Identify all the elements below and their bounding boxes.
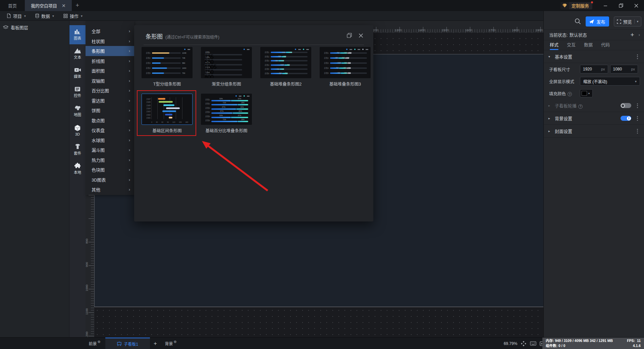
- component-picker-modal: 条形图 (通过Ctrl+F可以搜索添加组件) 示例11048示例2735示例35…: [134, 25, 373, 221]
- zoom-level[interactable]: 69.79%: [502, 338, 519, 349]
- category-label: 水球图: [92, 137, 105, 143]
- h-ruler-label: 1800: [508, 29, 523, 32]
- component-card-渐变分组条形图[interactable]: 示例1735示例2580示例31005示例4750示例5800渐变分组条形图: [201, 47, 252, 87]
- category-item-其他[interactable]: 其他›: [86, 185, 134, 195]
- search-icon[interactable]: [575, 18, 581, 27]
- category-item-3D图表[interactable]: 3D图表›: [86, 175, 134, 185]
- component-card-基础区间条形图[interactable]: 示例7示例6示例5示例4示例3示例2示例10306090120150180基础区…: [142, 94, 193, 134]
- component-card-基础堆叠条形图2[interactable]: 示例11048650示例2735630示例3580670示例41005650示例…: [260, 47, 311, 87]
- component-thumbnail[interactable]: 示例1700600650示例2650580627示例31000200530示例4…: [320, 47, 371, 78]
- width-input[interactable]: 1920px: [580, 65, 608, 73]
- menu-operation[interactable]: 操作 ▾: [61, 13, 85, 19]
- category-item-色块图[interactable]: 色块图›: [86, 165, 134, 175]
- database-icon: [35, 13, 39, 18]
- carousel-toggle[interactable]: [621, 103, 631, 108]
- background-button[interactable]: 背景 ⊕: [162, 338, 180, 349]
- add-circle-icon[interactable]: ⊕: [173, 340, 176, 344]
- tab-close-icon[interactable]: ✕: [62, 3, 66, 8]
- minimize-button[interactable]: [598, 0, 613, 11]
- kebab-menu-icon[interactable]: [634, 116, 641, 121]
- strip-item-地图[interactable]: 地图: [69, 102, 86, 121]
- subboard-tab[interactable]: 子看板1: [105, 338, 150, 349]
- restore-button[interactable]: [613, 0, 629, 11]
- component-card-基础堆叠条形图3[interactable]: 示例1700600650示例2650580627示例31000200530示例4…: [320, 47, 371, 87]
- strip-item-媒体[interactable]: 媒体: [69, 63, 86, 83]
- kebab-menu-icon[interactable]: [634, 129, 641, 134]
- component-thumbnail[interactable]: 示例1735示例2580示例31005示例4750示例5800: [201, 47, 252, 78]
- category-label: 全部: [92, 28, 100, 34]
- strip-item-套件[interactable]: 套件: [69, 140, 86, 159]
- kebab-menu-icon[interactable]: [634, 54, 641, 59]
- category-item-条形图[interactable]: 条形图›: [86, 46, 134, 56]
- category-label: 色块图: [92, 166, 105, 173]
- keyboard-icon[interactable]: [529, 338, 537, 349]
- section-basic-settings[interactable]: ▾ 基本设置: [544, 50, 644, 63]
- close-modal-icon[interactable]: [359, 33, 363, 38]
- publish-button[interactable]: 发布: [586, 16, 609, 27]
- category-item-漏斗图[interactable]: 漏斗图›: [86, 145, 134, 155]
- section-carousel[interactable]: ▸ 子看板轮播?: [544, 99, 644, 112]
- component-card-T型分组条形图[interactable]: 示例11048示例2735示例3580示例41000示例5700T型分组条形图: [142, 47, 193, 87]
- category-item-饼图[interactable]: 饼图›: [86, 105, 134, 115]
- collapse-triangle-icon[interactable]: ▾: [548, 55, 552, 58]
- chevron-down-icon: ▾: [24, 14, 26, 18]
- menu-data[interactable]: 数据 ▾: [33, 13, 56, 19]
- collapse-triangle-icon[interactable]: ▸: [548, 116, 552, 120]
- new-tab-button[interactable]: +: [72, 0, 83, 11]
- component-thumbnail[interactable]: 示例11048示例2735示例3580示例41000示例5700: [142, 47, 193, 78]
- category-item-仪表盘[interactable]: 仪表盘›: [86, 125, 134, 135]
- category-item-百分比图[interactable]: 百分比图›: [86, 86, 134, 96]
- component-thumbnail[interactable]: 示例7示例6示例5示例4示例3示例2示例10306090120150180: [142, 94, 193, 125]
- help-icon[interactable]: ?: [578, 104, 583, 109]
- panel-tab-数据[interactable]: 数据: [584, 41, 593, 50]
- help-icon[interactable]: ?: [568, 92, 572, 96]
- fill-color-picker[interactable]: ▾: [580, 89, 593, 97]
- chevron-down-icon[interactable]: ▾: [637, 20, 639, 23]
- strip-item-文本[interactable]: 文本: [69, 44, 86, 63]
- category-item-水球图[interactable]: 水球图›: [86, 135, 134, 145]
- add-subboard-button[interactable]: +: [151, 338, 160, 349]
- category-item-面积图[interactable]: 面积图›: [86, 66, 134, 76]
- tab-home[interactable]: 首页: [0, 0, 25, 11]
- custom-service-button[interactable]: 定制服务: [560, 2, 592, 9]
- foreground-button[interactable]: 前景 ⊕: [86, 338, 104, 349]
- strip-item-图表[interactable]: 图表: [69, 25, 86, 44]
- panel-tab-交互[interactable]: 交互: [567, 41, 576, 50]
- collapse-triangle-icon[interactable]: ▸: [548, 129, 552, 133]
- strip-item-控件[interactable]: 控件: [69, 83, 86, 102]
- strip-item-3D[interactable]: 3D: [69, 121, 86, 140]
- category-item-热力图[interactable]: 热力图›: [86, 155, 134, 165]
- category-item-柱状图[interactable]: 柱状图›: [86, 36, 134, 46]
- height-input[interactable]: 1080px: [610, 65, 638, 73]
- category-item-散点图[interactable]: 散点图›: [86, 115, 134, 126]
- background-toggle[interactable]: [621, 116, 631, 121]
- restore-modal-icon[interactable]: [347, 33, 352, 38]
- component-card-基础百分比堆叠条形图[interactable]: 示例153%67%示例271%29%示例367%33%示例457%40%示例55…: [201, 94, 252, 134]
- category-item-全部[interactable]: 全部›: [86, 26, 134, 36]
- component-thumbnail[interactable]: 示例11048650示例2735630示例3580670示例41005650示例…: [260, 47, 311, 78]
- category-item-雷达图[interactable]: 雷达图›: [86, 96, 134, 106]
- strip-item-本地[interactable]: 本地: [69, 159, 86, 178]
- chevron-right-icon[interactable]: ›: [639, 32, 641, 37]
- kebab-menu-icon[interactable]: [634, 103, 641, 108]
- row-fill-color: 填充颜色? ▾: [544, 87, 644, 99]
- collapse-triangle-icon[interactable]: ▸: [548, 104, 552, 107]
- add-circle-icon[interactable]: ⊕: [97, 340, 100, 344]
- h-ruler-label: 1300: [391, 29, 406, 32]
- component-thumbnail[interactable]: 示例153%67%示例271%29%示例367%33%示例457%40%示例55…: [201, 94, 252, 125]
- tab-project[interactable]: 我的空白项目 ✕: [25, 0, 72, 11]
- category-item-双轴图[interactable]: 双轴图›: [86, 76, 134, 86]
- local-icon: [74, 163, 80, 168]
- section-cover[interactable]: ▸ 封面设置: [544, 125, 644, 138]
- section-background[interactable]: ▸ 背景设置: [544, 112, 644, 125]
- panel-tab-样式[interactable]: 样式: [550, 41, 558, 50]
- display-mode-select[interactable]: 缩放 (不滚动)▾: [580, 77, 640, 86]
- add-state-button[interactable]: +: [628, 31, 637, 39]
- close-window-button[interactable]: [629, 0, 644, 11]
- preview-button[interactable]: 预览 ▾: [614, 16, 641, 27]
- menu-project[interactable]: 项目 ▾: [5, 13, 28, 19]
- panel-tab-代码[interactable]: 代码: [601, 41, 610, 50]
- category-item-折线图[interactable]: 折线图›: [86, 56, 134, 66]
- h-ruler-label: 1900: [532, 29, 543, 32]
- fit-screen-icon[interactable]: [520, 338, 527, 349]
